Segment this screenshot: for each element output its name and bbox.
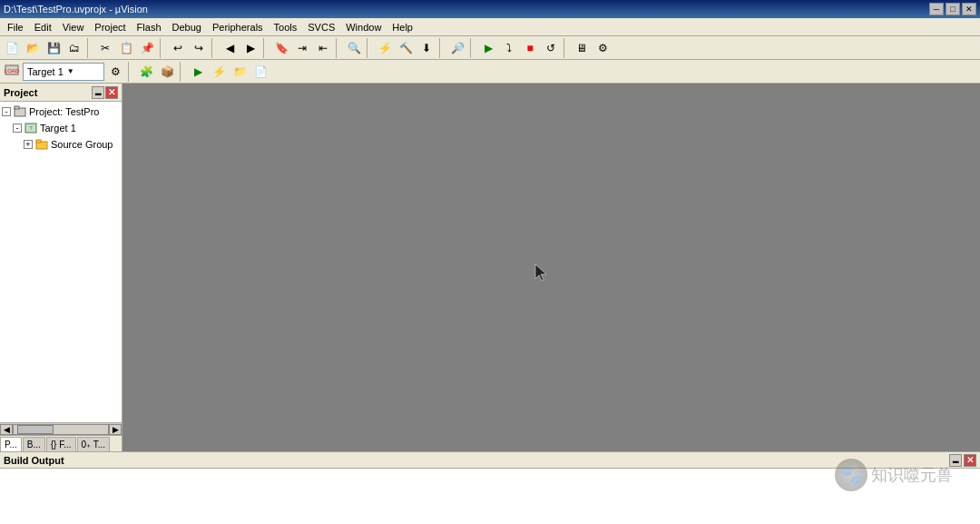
- expand-source-group[interactable]: +: [24, 140, 33, 149]
- separator-9: [564, 38, 569, 58]
- stop-button[interactable]: ■: [520, 38, 540, 58]
- step-button[interactable]: ⤵: [499, 38, 519, 58]
- tree-item-root[interactable]: - Project: TestPro: [0, 104, 122, 120]
- menu-item-window[interactable]: Window: [340, 20, 387, 35]
- download-button[interactable]: ⬇: [416, 38, 436, 58]
- view-toggle-button[interactable]: 🖥: [572, 38, 592, 58]
- open-file-button[interactable]: 📂: [23, 38, 43, 58]
- project-panel-header: Project 🗕 ✕: [0, 84, 122, 102]
- target-dropdown[interactable]: Target 1: [23, 63, 104, 81]
- manage-packs-button[interactable]: 📦: [157, 62, 177, 82]
- separator-t2: [180, 62, 185, 82]
- green-run-button[interactable]: ▶: [188, 62, 208, 82]
- svg-text:LOAD: LOAD: [5, 68, 20, 74]
- separator-1: [87, 38, 93, 58]
- project-scrollbar-inner: [13, 424, 109, 435]
- expand-target[interactable]: -: [13, 124, 22, 133]
- project-panel: Project 🗕 ✕ - Project: TestPro: [0, 84, 122, 451]
- menu-item-tools[interactable]: Tools: [269, 20, 303, 35]
- menu-item-file[interactable]: File: [2, 20, 29, 35]
- separator-6: [367, 38, 372, 58]
- panel-tab-books[interactable]: B...: [23, 437, 45, 451]
- target-label: Target 1: [40, 123, 76, 133]
- menu-item-edit[interactable]: Edit: [29, 20, 57, 35]
- tree-item-source-group[interactable]: + Source Group: [0, 136, 122, 153]
- separator-3: [211, 38, 217, 58]
- build-output-header-controls: 🗕 ✕: [949, 454, 976, 467]
- reset-button[interactable]: ↺: [541, 38, 561, 58]
- copy-button[interactable]: 📋: [116, 38, 136, 58]
- save-all-button[interactable]: 🗂: [64, 38, 84, 58]
- new-file-button[interactable]: 📄: [2, 38, 22, 58]
- project-panel-pin-button[interactable]: 🗕: [92, 86, 104, 99]
- save-button[interactable]: 💾: [44, 38, 64, 58]
- editor-area[interactable]: [122, 84, 980, 451]
- minimize-button[interactable]: ─: [929, 3, 944, 15]
- title-text: D:\Test\TestPro.uvprojx - µVision: [4, 4, 148, 15]
- load-icon[interactable]: LOAD: [2, 62, 22, 82]
- cut-button[interactable]: ✂: [95, 38, 115, 58]
- menu-item-debug[interactable]: Debug: [167, 20, 207, 35]
- toolbar-row-2: LOAD Target 1 ⚙ 🧩 📦 ▶ ⚡ 📁 📄: [0, 60, 980, 84]
- open-document-button[interactable]: 📄: [250, 62, 270, 82]
- main-area: Project 🗕 ✕ - Project: TestPro: [0, 84, 980, 524]
- build-output-content[interactable]: [0, 469, 980, 524]
- svg-rect-3: [15, 106, 19, 109]
- menu-item-project[interactable]: Project: [89, 20, 131, 35]
- maximize-button[interactable]: □: [946, 3, 960, 15]
- panel-tab-functions[interactable]: {} F...: [46, 437, 76, 451]
- separator-4: [263, 38, 269, 58]
- next-button[interactable]: ▶: [240, 38, 260, 58]
- orange-step-button[interactable]: ⚡: [209, 62, 229, 82]
- project-scroll-thumb[interactable]: [17, 425, 54, 434]
- run-button[interactable]: ▶: [478, 38, 498, 58]
- menu-item-view[interactable]: View: [57, 20, 90, 35]
- project-panel-close-button[interactable]: ✕: [105, 86, 118, 99]
- zoom-button[interactable]: 🔎: [447, 38, 467, 58]
- project-scroll-right[interactable]: ▶: [109, 424, 122, 435]
- redo-button[interactable]: ↪: [189, 38, 209, 58]
- expand-root[interactable]: -: [2, 107, 11, 116]
- tree-item-target[interactable]: - T Target 1: [0, 120, 122, 136]
- build-output: Build Output 🗕 ✕: [0, 451, 980, 524]
- watermark-text: 知识噬元兽: [871, 464, 953, 486]
- panel-tab-templates[interactable]: 0₊ T...: [77, 437, 111, 451]
- close-button[interactable]: ✕: [962, 3, 976, 15]
- menu-item-svcs[interactable]: SVCS: [302, 20, 340, 35]
- menu-item-peripherals[interactable]: Peripherals: [207, 20, 269, 35]
- source-group-label: Source Group: [51, 139, 113, 150]
- panel-tabs: P...B...{} F...0₊ T...: [0, 435, 122, 451]
- bookmark-button[interactable]: 🔖: [271, 38, 291, 58]
- build-output-title: Build Output: [4, 455, 64, 466]
- indent-button[interactable]: ⇥: [292, 38, 312, 58]
- project-panel-header-controls: 🗕 ✕: [92, 86, 118, 99]
- source-group-icon: [34, 137, 49, 152]
- rebuild-button[interactable]: 🔨: [396, 38, 416, 58]
- project-icon: [13, 104, 27, 119]
- separator-2: [160, 38, 165, 58]
- manage-components-button[interactable]: 🧩: [136, 62, 156, 82]
- project-scroll-left[interactable]: ◀: [0, 424, 13, 435]
- target-options-button[interactable]: ⚙: [105, 62, 125, 82]
- build-output-close-button[interactable]: ✕: [964, 454, 976, 467]
- paste-button[interactable]: 📌: [137, 38, 157, 58]
- project-tree: - Project: TestPro - T: [0, 102, 122, 422]
- find-button[interactable]: 🔍: [344, 38, 364, 58]
- watermark-icon: 🐾: [835, 459, 867, 491]
- undo-button[interactable]: ↩: [168, 38, 188, 58]
- svg-text:T: T: [29, 125, 33, 131]
- panel-tab-project[interactable]: P...: [0, 437, 22, 451]
- build-output-header: Build Output 🗕 ✕: [0, 452, 980, 469]
- menu-bar: FileEditViewProjectFlashDebugPeripherals…: [0, 18, 980, 36]
- browse-button[interactable]: 📁: [230, 62, 250, 82]
- prev-button[interactable]: ◀: [220, 38, 240, 58]
- separator-5: [336, 38, 341, 58]
- build-button[interactable]: ⚡: [375, 38, 395, 58]
- root-label: Project: TestPro: [29, 106, 99, 117]
- title-bar: D:\Test\TestPro.uvprojx - µVision ─ □ ✕: [0, 0, 980, 18]
- outdent-button[interactable]: ⇤: [313, 38, 333, 58]
- project-scrollbar: ◀ ▶: [0, 422, 122, 435]
- menu-item-help[interactable]: Help: [387, 20, 418, 35]
- settings-button[interactable]: ⚙: [593, 38, 612, 58]
- menu-item-flash[interactable]: Flash: [132, 20, 167, 35]
